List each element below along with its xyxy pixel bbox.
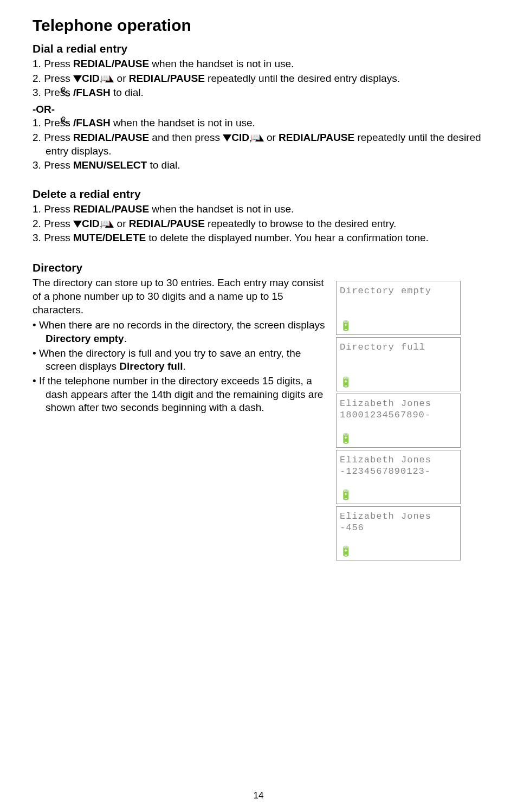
dial-redial-list-1: 1. Press REDIAL/PAUSE when the handset i… — [33, 57, 484, 100]
down-arrow-icon — [223, 134, 231, 141]
lcd-screen: Directory full 🔋 — [336, 337, 461, 391]
section-heading-directory: Directory — [33, 261, 484, 274]
list-item: When the directory is full and you try t… — [46, 347, 325, 373]
list-item: 3. Press /FLASH to dial. — [46, 86, 484, 100]
lcd-screen: Elizabeth Jones -1234567890123- 🔋 — [336, 450, 461, 504]
lcd-line: Elizabeth Jones — [340, 398, 457, 409]
page-title: Telephone operation — [33, 16, 484, 35]
list-item: 3. Press MENU/SELECT to dial. — [46, 159, 484, 172]
battery-icon: 🔋 — [340, 547, 457, 558]
down-arrow-icon — [73, 75, 82, 82]
list-item: 1. Press /FLASH when the handset is not … — [46, 117, 484, 130]
battery-icon: 🔋 — [340, 434, 457, 445]
directory-intro: The directory can store up to 30 entries… — [33, 276, 325, 317]
battery-icon: 🔋 — [340, 321, 457, 332]
list-item: If the telephone number in the directory… — [46, 375, 325, 415]
or-label: -OR- — [33, 104, 484, 115]
section-heading-delete-redial: Delete a redial entry — [33, 188, 484, 201]
dial-redial-list-2: 1. Press /FLASH when the handset is not … — [33, 117, 484, 172]
lcd-line: -456 — [340, 523, 457, 533]
list-item: 1. Press REDIAL/PAUSE when the handset i… — [46, 57, 484, 71]
lcd-screen: Directory empty 🔋 — [336, 281, 461, 335]
directory-bullets: When there are no records in the directo… — [33, 319, 325, 415]
lcd-line: -1234567890123- — [340, 466, 457, 477]
lcd-screen: Elizabeth Jones -456 🔋 — [336, 506, 461, 560]
lcd-line: Elizabeth Jones — [340, 455, 457, 466]
lcd-line: 18001234567890- — [340, 410, 457, 421]
list-item: 2. Press CID, 📖 or REDIAL/PAUSE repeated… — [46, 217, 484, 231]
list-item: 3. Press MUTE/DELETE to delete the displ… — [46, 231, 484, 245]
lcd-line: Elizabeth Jones — [340, 511, 457, 522]
down-arrow-icon — [73, 221, 82, 228]
battery-icon: 🔋 — [340, 491, 457, 501]
delete-redial-list: 1. Press REDIAL/PAUSE when the handset i… — [33, 203, 484, 245]
list-item: 2. Press REDIAL/PAUSE and then press CID… — [46, 131, 484, 158]
lcd-line: Directory full — [340, 342, 457, 353]
list-item: When there are no records in the directo… — [46, 319, 325, 345]
list-item: 1. Press REDIAL/PAUSE when the handset i… — [46, 203, 484, 216]
page-number: 14 — [0, 790, 517, 801]
list-item: 2. Press CID, 📖 or REDIAL/PAUSE repeated… — [46, 72, 484, 86]
battery-icon: 🔋 — [340, 378, 457, 389]
screen-stack: Directory empty 🔋 Directory full 🔋 Eliza… — [336, 281, 461, 560]
section-heading-dial-redial: Dial a redial entry — [33, 42, 484, 55]
lcd-line: Directory empty — [340, 286, 457, 297]
lcd-screen: Elizabeth Jones 18001234567890- 🔋 — [336, 394, 461, 448]
